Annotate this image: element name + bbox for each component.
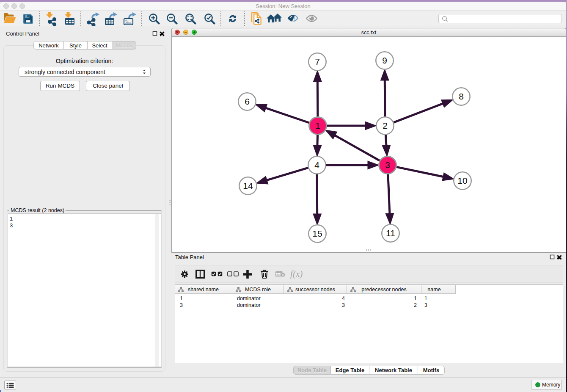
- svg-text:3: 3: [385, 160, 390, 170]
- svg-text:14: 14: [243, 181, 253, 190]
- svg-text:4: 4: [314, 160, 319, 170]
- svg-text:1: 1: [315, 121, 320, 130]
- svg-text:11: 11: [386, 228, 395, 238]
- svg-text:15: 15: [312, 229, 322, 238]
- svg-text:7: 7: [315, 57, 320, 66]
- svg-text:2: 2: [383, 121, 388, 130]
- svg-text:8: 8: [459, 91, 464, 101]
- svg-text:10: 10: [457, 176, 467, 185]
- svg-text:6: 6: [245, 97, 250, 106]
- svg-text:9: 9: [382, 55, 387, 65]
